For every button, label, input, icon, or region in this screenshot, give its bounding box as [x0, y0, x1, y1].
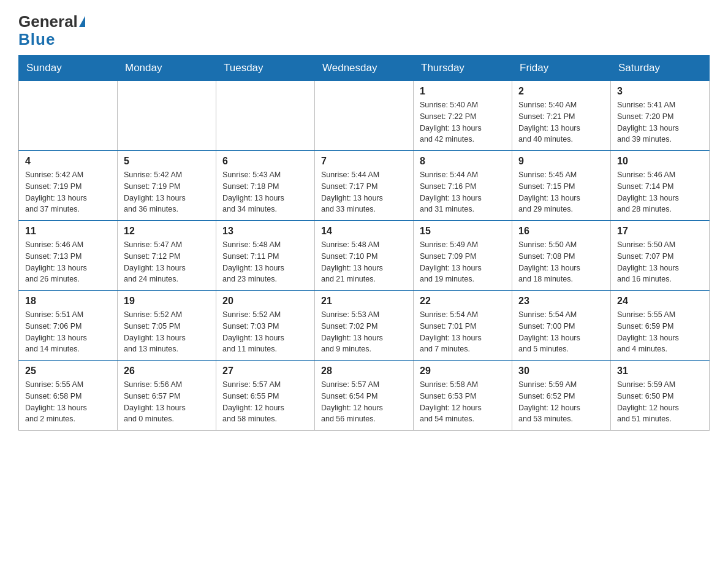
- day-info: Sunrise: 5:52 AMSunset: 7:05 PMDaylight:…: [124, 309, 210, 355]
- day-number: 27: [222, 366, 308, 377]
- day-info: Sunrise: 5:57 AMSunset: 6:54 PMDaylight:…: [321, 379, 407, 425]
- day-info: Sunrise: 5:42 AMSunset: 7:19 PMDaylight:…: [25, 169, 111, 215]
- day-number: 14: [321, 226, 407, 237]
- day-number: 20: [222, 296, 308, 307]
- page-header: General Blue: [18, 12, 710, 49]
- calendar-day-21: 21Sunrise: 5:53 AMSunset: 7:02 PMDayligh…: [315, 291, 414, 361]
- weekday-header-sunday: Sunday: [19, 56, 118, 81]
- day-number: 26: [124, 366, 210, 377]
- weekday-header-wednesday: Wednesday: [315, 56, 414, 81]
- day-number: 28: [321, 366, 407, 377]
- day-number: 10: [617, 156, 703, 167]
- calendar-day-27: 27Sunrise: 5:57 AMSunset: 6:55 PMDayligh…: [216, 361, 315, 431]
- day-info: Sunrise: 5:56 AMSunset: 6:57 PMDaylight:…: [124, 379, 210, 425]
- day-info: Sunrise: 5:50 AMSunset: 7:08 PMDaylight:…: [518, 239, 604, 285]
- calendar-day-14: 14Sunrise: 5:48 AMSunset: 7:10 PMDayligh…: [315, 221, 414, 291]
- calendar-day-11: 11Sunrise: 5:46 AMSunset: 7:13 PMDayligh…: [19, 221, 118, 291]
- calendar-day-10: 10Sunrise: 5:46 AMSunset: 7:14 PMDayligh…: [611, 151, 710, 221]
- day-number: 1: [420, 86, 506, 97]
- calendar-day-31: 31Sunrise: 5:59 AMSunset: 6:50 PMDayligh…: [611, 361, 710, 431]
- day-number: 6: [222, 156, 308, 167]
- day-info: Sunrise: 5:40 AMSunset: 7:21 PMDaylight:…: [518, 99, 604, 145]
- day-number: 25: [25, 366, 111, 377]
- day-number: 16: [518, 226, 604, 237]
- calendar-day-7: 7Sunrise: 5:44 AMSunset: 7:17 PMDaylight…: [315, 151, 414, 221]
- day-info: Sunrise: 5:59 AMSunset: 6:52 PMDaylight:…: [518, 379, 604, 425]
- day-number: 18: [25, 296, 111, 307]
- calendar-week-row: 18Sunrise: 5:51 AMSunset: 7:06 PMDayligh…: [19, 291, 710, 361]
- day-info: Sunrise: 5:54 AMSunset: 7:01 PMDaylight:…: [420, 309, 506, 355]
- calendar-week-row: 1Sunrise: 5:40 AMSunset: 7:22 PMDaylight…: [19, 81, 710, 151]
- day-number: 22: [420, 296, 506, 307]
- day-info: Sunrise: 5:50 AMSunset: 7:07 PMDaylight:…: [617, 239, 703, 285]
- day-number: 3: [617, 86, 703, 97]
- day-number: 5: [124, 156, 210, 167]
- calendar-day-3: 3Sunrise: 5:41 AMSunset: 7:20 PMDaylight…: [611, 81, 710, 151]
- calendar-empty-cell: [216, 81, 315, 151]
- calendar-week-row: 25Sunrise: 5:55 AMSunset: 6:58 PMDayligh…: [19, 361, 710, 431]
- day-info: Sunrise: 5:47 AMSunset: 7:12 PMDaylight:…: [124, 239, 210, 285]
- day-info: Sunrise: 5:48 AMSunset: 7:11 PMDaylight:…: [222, 239, 308, 285]
- calendar-day-13: 13Sunrise: 5:48 AMSunset: 7:11 PMDayligh…: [216, 221, 315, 291]
- weekday-header-monday: Monday: [118, 56, 216, 81]
- calendar-day-1: 1Sunrise: 5:40 AMSunset: 7:22 PMDaylight…: [414, 81, 512, 151]
- day-info: Sunrise: 5:40 AMSunset: 7:22 PMDaylight:…: [420, 99, 506, 145]
- day-number: 23: [518, 296, 604, 307]
- day-number: 12: [124, 226, 210, 237]
- calendar-day-17: 17Sunrise: 5:50 AMSunset: 7:07 PMDayligh…: [611, 221, 710, 291]
- day-info: Sunrise: 5:45 AMSunset: 7:15 PMDaylight:…: [518, 169, 604, 215]
- day-info: Sunrise: 5:42 AMSunset: 7:19 PMDaylight:…: [124, 169, 210, 215]
- calendar-day-25: 25Sunrise: 5:55 AMSunset: 6:58 PMDayligh…: [19, 361, 118, 431]
- calendar-day-4: 4Sunrise: 5:42 AMSunset: 7:19 PMDaylight…: [19, 151, 118, 221]
- day-number: 24: [617, 296, 703, 307]
- day-number: 19: [124, 296, 210, 307]
- weekday-header-thursday: Thursday: [414, 56, 512, 81]
- calendar-header-row: SundayMondayTuesdayWednesdayThursdayFrid…: [19, 56, 710, 81]
- day-number: 21: [321, 296, 407, 307]
- logo-general: General: [18, 12, 78, 31]
- calendar-day-22: 22Sunrise: 5:54 AMSunset: 7:01 PMDayligh…: [414, 291, 512, 361]
- calendar-week-row: 11Sunrise: 5:46 AMSunset: 7:13 PMDayligh…: [19, 221, 710, 291]
- calendar-day-28: 28Sunrise: 5:57 AMSunset: 6:54 PMDayligh…: [315, 361, 414, 431]
- day-info: Sunrise: 5:43 AMSunset: 7:18 PMDaylight:…: [222, 169, 308, 215]
- calendar-day-15: 15Sunrise: 5:49 AMSunset: 7:09 PMDayligh…: [414, 221, 512, 291]
- weekday-header-friday: Friday: [512, 56, 611, 81]
- day-info: Sunrise: 5:59 AMSunset: 6:50 PMDaylight:…: [617, 379, 703, 425]
- calendar-day-19: 19Sunrise: 5:52 AMSunset: 7:05 PMDayligh…: [118, 291, 216, 361]
- day-number: 15: [420, 226, 506, 237]
- day-info: Sunrise: 5:46 AMSunset: 7:13 PMDaylight:…: [25, 239, 111, 285]
- day-info: Sunrise: 5:41 AMSunset: 7:20 PMDaylight:…: [617, 99, 703, 145]
- day-info: Sunrise: 5:44 AMSunset: 7:16 PMDaylight:…: [420, 169, 506, 215]
- day-number: 4: [25, 156, 111, 167]
- calendar-empty-cell: [118, 81, 216, 151]
- day-number: 30: [518, 366, 604, 377]
- calendar-empty-cell: [19, 81, 118, 151]
- day-info: Sunrise: 5:46 AMSunset: 7:14 PMDaylight:…: [617, 169, 703, 215]
- day-info: Sunrise: 5:51 AMSunset: 7:06 PMDaylight:…: [25, 309, 111, 355]
- day-number: 11: [25, 226, 111, 237]
- calendar-day-8: 8Sunrise: 5:44 AMSunset: 7:16 PMDaylight…: [414, 151, 512, 221]
- day-number: 17: [617, 226, 703, 237]
- calendar-day-9: 9Sunrise: 5:45 AMSunset: 7:15 PMDaylight…: [512, 151, 611, 221]
- day-number: 9: [518, 156, 604, 167]
- day-info: Sunrise: 5:58 AMSunset: 6:53 PMDaylight:…: [420, 379, 506, 425]
- logo: General Blue: [18, 12, 85, 49]
- calendar-day-12: 12Sunrise: 5:47 AMSunset: 7:12 PMDayligh…: [118, 221, 216, 291]
- logo-text: General: [18, 12, 85, 31]
- calendar-week-row: 4Sunrise: 5:42 AMSunset: 7:19 PMDaylight…: [19, 151, 710, 221]
- weekday-header-tuesday: Tuesday: [216, 56, 315, 81]
- calendar-day-16: 16Sunrise: 5:50 AMSunset: 7:08 PMDayligh…: [512, 221, 611, 291]
- weekday-header-saturday: Saturday: [611, 56, 710, 81]
- day-info: Sunrise: 5:52 AMSunset: 7:03 PMDaylight:…: [222, 309, 308, 355]
- day-number: 13: [222, 226, 308, 237]
- calendar-day-20: 20Sunrise: 5:52 AMSunset: 7:03 PMDayligh…: [216, 291, 315, 361]
- day-info: Sunrise: 5:44 AMSunset: 7:17 PMDaylight:…: [321, 169, 407, 215]
- calendar-day-2: 2Sunrise: 5:40 AMSunset: 7:21 PMDaylight…: [512, 81, 611, 151]
- logo-blue: Blue: [18, 30, 55, 49]
- calendar-day-6: 6Sunrise: 5:43 AMSunset: 7:18 PMDaylight…: [216, 151, 315, 221]
- calendar-day-29: 29Sunrise: 5:58 AMSunset: 6:53 PMDayligh…: [414, 361, 512, 431]
- day-info: Sunrise: 5:53 AMSunset: 7:02 PMDaylight:…: [321, 309, 407, 355]
- calendar-day-30: 30Sunrise: 5:59 AMSunset: 6:52 PMDayligh…: [512, 361, 611, 431]
- day-info: Sunrise: 5:55 AMSunset: 6:59 PMDaylight:…: [617, 309, 703, 355]
- day-number: 29: [420, 366, 506, 377]
